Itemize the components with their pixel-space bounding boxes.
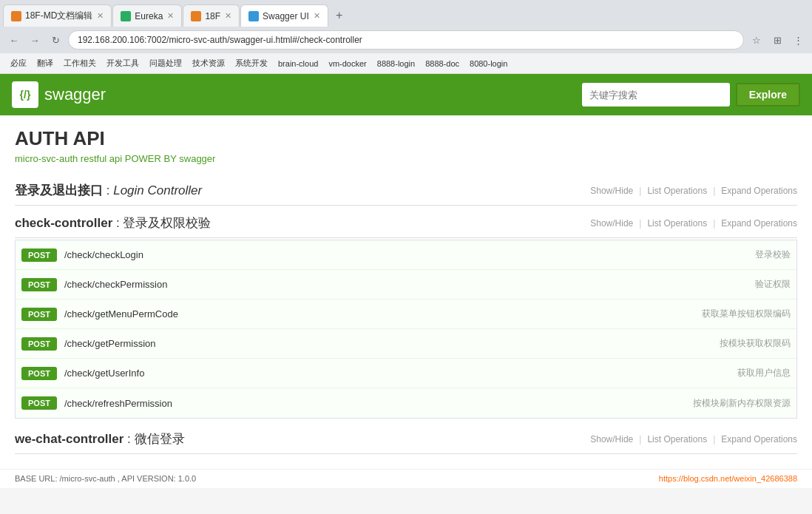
api-title: AUTH API (15, 127, 797, 150)
path-checklogin: /check/checkLogin (64, 249, 755, 260)
tab-close-swagger[interactable]: ✕ (314, 11, 320, 21)
path-checkpermission: /check/checkPermission (64, 279, 755, 290)
desc-getuserinfo: 获取用户信息 (737, 367, 791, 379)
bookmark-work[interactable]: 工作相关 (59, 56, 101, 70)
bookmark-label: 8888-login (377, 59, 415, 68)
tab-18f[interactable]: 18F ✕ (183, 4, 240, 27)
method-badge-checkpermission: POST (21, 278, 57, 291)
endpoint-getuserinfo[interactable]: POST /check/getUserInfo 获取用户信息 (16, 359, 796, 388)
tab-18f-md[interactable]: 18F-MD文档编辑 ✕ (3, 4, 112, 27)
endpoint-checkpermission[interactable]: POST /check/checkPermission 验证权限 (16, 270, 796, 300)
tab-swagger[interactable]: Swagger UI ✕ (240, 4, 328, 27)
sep6: | (713, 434, 715, 444)
method-badge-getmenupermcode: POST (21, 308, 57, 321)
check-controller-section: check-controller : 登录及权限校验 Show/Hide | L… (15, 209, 797, 419)
bookmark-8888doc[interactable]: 8888-doc (421, 58, 464, 70)
check-list-ops-link[interactable]: List Operations (647, 218, 707, 229)
bookmark-label: 8888-doc (425, 59, 459, 68)
check-controller-header: check-controller : 登录及权限校验 Show/Hide | L… (15, 209, 797, 238)
path-getpermission: /check/getPermission (64, 338, 720, 349)
method-badge-getuserinfo: POST (21, 367, 57, 380)
check-controller-actions: Show/Hide | List Operations | Expand Ope… (590, 218, 797, 229)
login-expand-ops-link[interactable]: Expand Operations (721, 186, 797, 196)
sep4: | (713, 218, 715, 229)
bookmark-label: 翻译 (37, 58, 53, 69)
tab-bar: 18F-MD文档编辑 ✕ Eureka ✕ 18F ✕ Swagger UI ✕… (0, 0, 812, 27)
wechat-expand-ops-link[interactable]: Expand Operations (721, 434, 797, 444)
wechat-controller-name: we-chat-controller (15, 432, 124, 446)
wechat-show-hide-link[interactable]: Show/Hide (590, 434, 633, 444)
url-input[interactable]: 192.168.200.106:7002/micro-svc-auth/swag… (68, 30, 744, 50)
login-controller-title: 登录及退出接口 : Login Controller (15, 182, 202, 199)
url-text: 192.168.200.106:7002/micro-svc-auth/swag… (78, 35, 362, 45)
sep5: | (639, 434, 641, 444)
tab-icon-18f (191, 11, 201, 21)
wechat-controller-header: we-chat-controller : 微信登录 Show/Hide | Li… (15, 425, 797, 454)
refresh-button[interactable]: ↻ (47, 32, 64, 48)
bookmark-8080login[interactable]: 8080-login (465, 58, 512, 70)
bookmark-label: brain-cloud (278, 59, 318, 68)
api-version-value: 1.0.0 (178, 474, 196, 483)
desc-getmenupermcode: 获取菜单按钮权限编码 (702, 308, 791, 320)
base-url-label: BASE URL: (15, 474, 57, 483)
bookmark-label: 8080-login (470, 59, 507, 68)
bookmark-braincloud[interactable]: brain-cloud (274, 58, 322, 70)
tab-close-18f[interactable]: ✕ (225, 11, 231, 21)
bookmark-biyng[interactable]: 必应 (6, 56, 31, 70)
bookmark-star-icon[interactable]: ☆ (748, 32, 765, 48)
footer-link[interactable]: https://blog.csdn.net/weixin_42686388 (659, 474, 797, 483)
desc-refreshpermission: 按模块刷新内存权限资源 (693, 397, 791, 410)
bookmark-label: 必应 (10, 58, 27, 69)
bookmark-translate[interactable]: 翻译 (33, 56, 58, 70)
bookmark-techres[interactable]: 技术资源 (188, 56, 229, 70)
login-list-ops-link[interactable]: List Operations (647, 186, 707, 196)
tab-close-18f-md[interactable]: ✕ (97, 11, 104, 21)
forward-button[interactable]: → (27, 32, 43, 48)
new-tab-button[interactable]: + (329, 5, 350, 26)
sep2: | (713, 186, 715, 196)
bookmark-devtools[interactable]: 开发工具 (102, 56, 143, 70)
sep3: | (639, 218, 641, 229)
extension-icon[interactable]: ⊞ (769, 32, 785, 48)
tab-close-eureka[interactable]: ✕ (167, 11, 174, 21)
path-refreshpermission: /check/refreshPermission (64, 398, 693, 409)
bookmark-sysdev[interactable]: 系统开发 (231, 56, 272, 70)
back-button[interactable]: ← (6, 32, 22, 48)
swagger-search-area: Explore (582, 83, 800, 106)
login-controller-name: 登录及退出接口 (15, 183, 103, 197)
bookmark-vmdocker[interactable]: vm-docker (324, 58, 371, 70)
base-url-info: BASE URL: /micro-svc-auth , API VERSION:… (15, 474, 196, 483)
wechat-list-ops-link[interactable]: List Operations (647, 434, 707, 444)
login-controller-header: 登录及退出接口 : Login Controller Show/Hide | L… (15, 176, 797, 206)
method-badge-refreshpermission: POST (21, 396, 57, 410)
endpoint-getmenupermcode[interactable]: POST /check/getMenuPermCode 获取菜单按钮权限编码 (16, 300, 796, 329)
bookmark-label: 开发工具 (106, 58, 139, 69)
swagger-header: {/} swagger Explore (0, 74, 812, 115)
bookmark-label: 技术资源 (192, 58, 225, 69)
login-controller-subtitle: Login Controller (113, 183, 202, 197)
endpoint-getpermission[interactable]: POST /check/getPermission 按模块获取权限码 (16, 329, 796, 359)
login-show-hide-link[interactable]: Show/Hide (590, 186, 633, 196)
tab-label-swagger: Swagger UI (263, 11, 309, 21)
api-version-label: API VERSION: (121, 474, 175, 483)
desc-checklogin: 登录校验 (755, 248, 791, 261)
bookmark-label: 问题处理 (149, 58, 182, 69)
check-show-hide-link[interactable]: Show/Hide (590, 218, 633, 229)
check-expand-ops-link[interactable]: Expand Operations (721, 218, 797, 229)
endpoint-checklogin[interactable]: POST /check/checkLogin 登录校验 (16, 240, 796, 270)
explore-button[interactable]: Explore (736, 83, 800, 106)
menu-icon[interactable]: ⋮ (790, 32, 806, 48)
footer-link-area: https://blog.csdn.net/weixin_42686388 (659, 474, 797, 483)
wechat-controller-section: we-chat-controller : 微信登录 Show/Hide | Li… (15, 425, 797, 454)
swagger-search-input[interactable] (582, 83, 730, 106)
tab-eureka[interactable]: Eureka ✕ (112, 4, 182, 27)
bookmark-issues[interactable]: 问题处理 (145, 56, 186, 70)
bookmark-8888login[interactable]: 8888-login (373, 58, 419, 70)
check-colon: : (112, 216, 123, 230)
tab-icon-swagger (248, 11, 259, 21)
wechat-colon: : (124, 432, 134, 446)
endpoint-refreshpermission[interactable]: POST /check/refreshPermission 按模块刷新内存权限资… (16, 388, 796, 418)
swagger-logo-text: swagger (44, 85, 106, 104)
tab-icon-eureka (121, 11, 131, 21)
wechat-controller-actions: Show/Hide | List Operations | Expand Ope… (590, 434, 797, 444)
